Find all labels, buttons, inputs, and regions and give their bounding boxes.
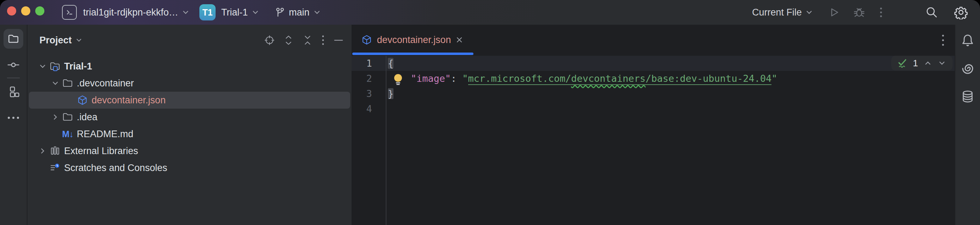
tree-item-devcontainer-folder[interactable]: .devcontainer bbox=[27, 75, 352, 92]
project-panel-header: Project bbox=[27, 25, 352, 56]
inspections-ok-icon bbox=[897, 58, 907, 68]
editor-gutter[interactable]: 1 2 3 4 bbox=[352, 56, 387, 225]
line-number: 4 bbox=[352, 101, 386, 116]
run-icon[interactable] bbox=[829, 7, 840, 18]
hide-panel-icon[interactable] bbox=[333, 35, 344, 45]
more-tool-windows-button[interactable] bbox=[3, 108, 23, 128]
more-actions-icon[interactable] bbox=[878, 6, 883, 18]
more-options-icon[interactable] bbox=[321, 35, 325, 45]
code-viewport[interactable]: 1 2 3 4 { "image": "mcr.microsoft.com/de… bbox=[352, 56, 955, 225]
inspections-count: 1 bbox=[913, 58, 918, 69]
markdown-file-icon: M↓ bbox=[62, 128, 73, 140]
project-tool-button[interactable] bbox=[3, 29, 23, 49]
json-key: "image" bbox=[411, 73, 451, 84]
tree-item-scratches[interactable]: Scratches and Consoles bbox=[27, 160, 352, 176]
chevron-down-icon bbox=[75, 37, 83, 44]
project-tree: Trial-1 .devcontainer devcontainer.json bbox=[27, 58, 352, 176]
folder-icon bbox=[62, 112, 73, 123]
active-tab-indicator bbox=[352, 53, 473, 55]
tree-item-label: .idea bbox=[77, 112, 97, 123]
inspections-widget[interactable]: 1 bbox=[891, 56, 953, 70]
code-line-3: } bbox=[387, 86, 955, 101]
code-line-2: "image": "mcr.microsoft.com/devcontainer… bbox=[387, 71, 955, 86]
collapse-all-icon[interactable] bbox=[302, 35, 313, 45]
settings-gear-icon[interactable] bbox=[954, 5, 968, 19]
project-panel-title-dropdown[interactable]: Project bbox=[40, 35, 83, 46]
chevron-down-icon[interactable] bbox=[51, 79, 60, 87]
remote-terminal-icon bbox=[62, 5, 77, 20]
tree-item-label: Scratches and Consoles bbox=[64, 163, 167, 174]
vcs-branch-selector[interactable]: main bbox=[275, 0, 321, 25]
editor-tab-bar: devcontainer.json bbox=[352, 25, 955, 56]
strip-divider bbox=[7, 78, 20, 78]
notifications-icon[interactable] bbox=[961, 33, 975, 47]
image-reference-link[interactable]: mcr.microsoft.com/devcontainers/base:dev… bbox=[468, 73, 772, 85]
code-lines: { "image": "mcr.microsoft.com/devcontain… bbox=[387, 56, 955, 116]
chevron-down-icon bbox=[182, 8, 189, 16]
code-line-1: { bbox=[387, 56, 955, 71]
tree-item-external-libraries[interactable]: External Libraries bbox=[27, 142, 352, 160]
run-configuration-selector[interactable]: Current File bbox=[752, 7, 802, 18]
line-number: 3 bbox=[352, 86, 386, 101]
project-panel-title: Project bbox=[40, 35, 72, 46]
expand-all-icon[interactable] bbox=[283, 35, 294, 45]
titlebar: trial1git-rdjkpn-ekkfo… T1 Trial-1 main … bbox=[0, 0, 980, 26]
tree-item-label: devcontainer.json bbox=[92, 95, 165, 106]
more-icon bbox=[7, 116, 20, 120]
libraries-icon bbox=[49, 145, 60, 156]
search-everywhere-icon[interactable] bbox=[925, 6, 939, 19]
locate-file-icon[interactable] bbox=[264, 35, 275, 45]
left-tool-strip bbox=[0, 25, 27, 225]
tree-item-label: External Libraries bbox=[64, 146, 138, 156]
window-controls bbox=[7, 6, 45, 16]
structure-icon bbox=[7, 86, 19, 98]
debug-icon[interactable] bbox=[853, 6, 865, 18]
right-tool-strip bbox=[955, 25, 980, 225]
chevron-right-icon[interactable] bbox=[38, 147, 47, 155]
close-tab-icon[interactable] bbox=[456, 36, 463, 43]
database-icon[interactable] bbox=[961, 89, 975, 104]
commit-tool-button[interactable] bbox=[3, 55, 23, 75]
intention-bulb-icon[interactable] bbox=[392, 73, 404, 86]
git-branch-icon bbox=[275, 7, 285, 18]
code-line-4 bbox=[387, 101, 955, 116]
branch-name: main bbox=[289, 7, 310, 18]
ide-window: trial1git-rdjkpn-ekkfo… T1 Trial-1 main … bbox=[0, 0, 980, 225]
close-window-button[interactable] bbox=[7, 6, 16, 16]
typo-highlight: devcontainers bbox=[571, 73, 645, 84]
commit-icon bbox=[7, 59, 20, 71]
project-selector-label: trial1git-rdjkpn-ekkfo… bbox=[83, 7, 178, 18]
tree-item-readme[interactable]: M↓ README.md bbox=[27, 126, 352, 142]
next-problem-icon[interactable] bbox=[938, 59, 946, 67]
tree-item-idea-folder[interactable]: .idea bbox=[27, 109, 352, 126]
chevron-down-icon[interactable] bbox=[38, 62, 47, 70]
line-number: 1 bbox=[352, 56, 386, 71]
ai-assistant-icon[interactable] bbox=[961, 61, 975, 75]
tree-item-trial-1[interactable]: Trial-1 bbox=[27, 58, 352, 75]
line-number: 2 bbox=[352, 71, 386, 86]
tree-item-label: .devcontainer bbox=[77, 78, 134, 89]
tree-item-label: README.md bbox=[77, 129, 134, 140]
zoom-window-button[interactable] bbox=[35, 6, 45, 16]
minimize-window-button[interactable] bbox=[21, 6, 30, 16]
tab-label: devcontainer.json bbox=[377, 35, 451, 45]
project-panel: Project bbox=[27, 25, 352, 225]
workspace-avatar: T1 bbox=[199, 4, 216, 21]
workspace-name: Trial-1 bbox=[221, 7, 248, 18]
tab-devcontainer-json[interactable]: devcontainer.json bbox=[352, 25, 471, 55]
scratches-icon bbox=[49, 162, 60, 174]
titlebar-actions: Current File bbox=[752, 0, 968, 25]
tree-item-label: Trial-1 bbox=[64, 61, 92, 72]
tree-item-devcontainer-json[interactable]: devcontainer.json bbox=[29, 92, 350, 109]
editor-options-icon[interactable] bbox=[941, 33, 945, 47]
devcontainer-cube-icon bbox=[361, 35, 372, 45]
structure-tool-button[interactable] bbox=[3, 82, 23, 102]
chevron-down-icon bbox=[805, 8, 813, 16]
devcontainer-cube-icon bbox=[77, 94, 88, 106]
project-selector[interactable]: trial1git-rdjkpn-ekkfo… bbox=[62, 0, 189, 25]
chevron-down-icon bbox=[251, 8, 259, 16]
chevron-right-icon[interactable] bbox=[51, 113, 60, 121]
workspace-selector[interactable]: T1 Trial-1 bbox=[199, 0, 259, 25]
previous-problem-icon[interactable] bbox=[924, 59, 932, 67]
folder-icon bbox=[62, 78, 73, 89]
